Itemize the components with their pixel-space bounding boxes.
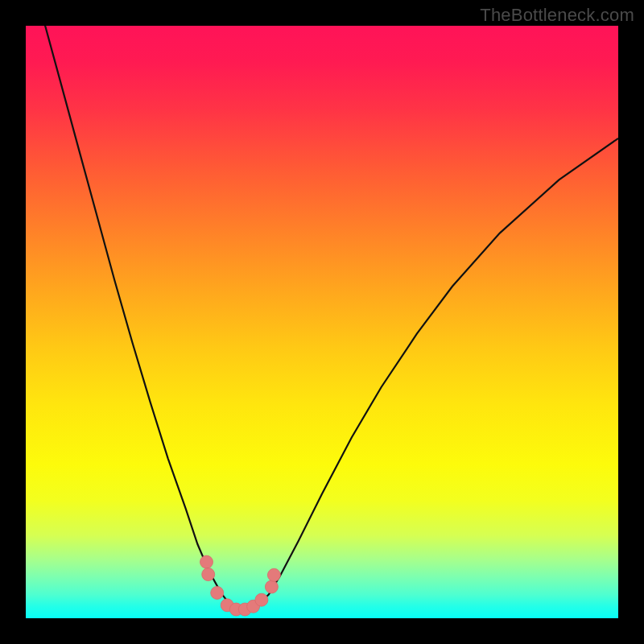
curve-markers [200,555,281,616]
curve-marker [255,593,268,606]
curve-marker [200,555,213,568]
curve-marker [267,568,280,581]
curve-marker [202,568,215,581]
chart-frame: TheBottleneck.com [0,0,644,644]
curve-marker [211,586,224,599]
chart-svg [26,26,618,618]
curve-marker [265,580,278,593]
watermark-text: TheBottleneck.com [480,5,634,26]
bottleneck-curve [26,26,618,610]
plot-area [26,26,618,618]
